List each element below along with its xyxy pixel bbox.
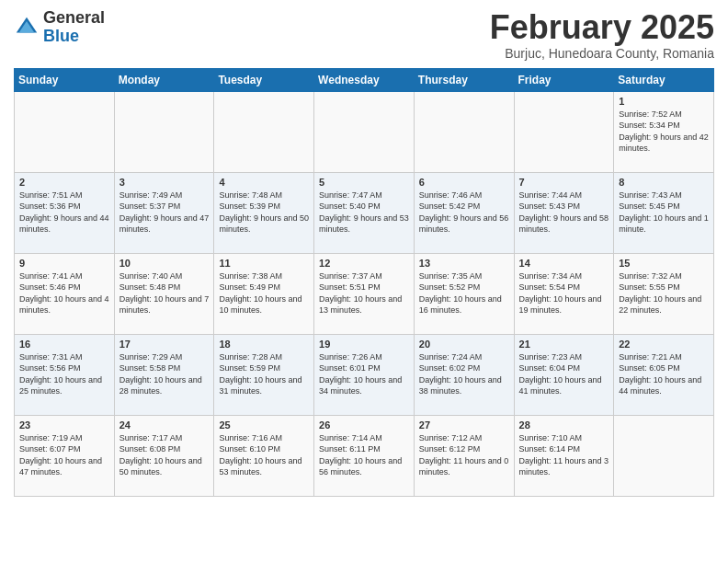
day-number: 13	[419, 258, 509, 269]
day-info: Sunrise: 7:44 AM Sunset: 5:43 PM Dayligh…	[519, 190, 609, 235]
week-row-3: 9Sunrise: 7:41 AM Sunset: 5:46 PM Daylig…	[15, 253, 714, 334]
day-number: 22	[619, 339, 709, 350]
day-number: 15	[619, 258, 709, 269]
week-row-1: 1Sunrise: 7:52 AM Sunset: 5:34 PM Daylig…	[15, 91, 714, 172]
day-number: 12	[319, 258, 409, 269]
day-info: Sunrise: 7:48 AM Sunset: 5:39 PM Dayligh…	[219, 190, 309, 235]
day-number: 11	[219, 258, 309, 269]
day-number: 14	[519, 258, 609, 269]
weekday-header-tuesday: Tuesday	[214, 68, 314, 91]
day-cell: 28Sunrise: 7:10 AM Sunset: 6:14 PM Dayli…	[514, 415, 614, 496]
day-cell: 27Sunrise: 7:12 AM Sunset: 6:12 PM Dayli…	[414, 415, 514, 496]
day-info: Sunrise: 7:47 AM Sunset: 5:40 PM Dayligh…	[319, 190, 409, 235]
header: General Blue February 2025 Burjuc, Huned…	[14, 9, 714, 61]
day-cell	[314, 91, 415, 172]
weekday-header-monday: Monday	[114, 68, 214, 91]
day-cell	[214, 91, 314, 172]
day-cell: 1Sunrise: 7:52 AM Sunset: 5:34 PM Daylig…	[614, 91, 714, 172]
day-cell	[414, 91, 514, 172]
calendar-table: SundayMondayTuesdayWednesdayThursdayFrid…	[14, 68, 714, 497]
day-info: Sunrise: 7:26 AM Sunset: 6:01 PM Dayligh…	[319, 352, 402, 396]
day-cell: 3Sunrise: 7:49 AM Sunset: 5:37 PM Daylig…	[114, 172, 214, 253]
day-cell: 11Sunrise: 7:38 AM Sunset: 5:49 PM Dayli…	[214, 253, 314, 334]
day-info: Sunrise: 7:34 AM Sunset: 5:54 PM Dayligh…	[519, 271, 602, 316]
day-number: 28	[519, 419, 609, 431]
day-info: Sunrise: 7:38 AM Sunset: 5:49 PM Dayligh…	[219, 271, 301, 316]
day-info: Sunrise: 7:28 AM Sunset: 5:59 PM Dayligh…	[219, 352, 301, 396]
day-cell	[514, 91, 614, 172]
day-number: 23	[19, 419, 109, 431]
day-cell: 13Sunrise: 7:35 AM Sunset: 5:52 PM Dayli…	[414, 253, 514, 334]
day-info: Sunrise: 7:16 AM Sunset: 6:10 PM Dayligh…	[219, 433, 301, 477]
week-row-5: 23Sunrise: 7:19 AM Sunset: 6:07 PM Dayli…	[15, 415, 714, 496]
day-cell	[114, 91, 214, 172]
day-number: 10	[119, 258, 210, 269]
day-cell: 20Sunrise: 7:24 AM Sunset: 6:02 PM Dayli…	[414, 334, 514, 415]
day-number: 9	[19, 258, 109, 269]
day-number: 16	[19, 339, 109, 350]
day-number: 1	[619, 96, 709, 107]
day-number: 26	[319, 419, 409, 431]
day-number: 17	[119, 339, 210, 350]
logo: General Blue	[14, 9, 105, 46]
day-info: Sunrise: 7:41 AM Sunset: 5:46 PM Dayligh…	[19, 271, 109, 316]
day-number: 4	[219, 177, 309, 188]
day-number: 27	[419, 419, 509, 431]
day-cell: 2Sunrise: 7:51 AM Sunset: 5:36 PM Daylig…	[15, 172, 115, 253]
day-number: 18	[219, 339, 309, 350]
day-cell: 25Sunrise: 7:16 AM Sunset: 6:10 PM Dayli…	[214, 415, 314, 496]
day-info: Sunrise: 7:29 AM Sunset: 5:58 PM Dayligh…	[119, 352, 202, 396]
day-cell: 10Sunrise: 7:40 AM Sunset: 5:48 PM Dayli…	[114, 253, 214, 334]
month-title: February 2025	[490, 9, 714, 46]
day-cell: 14Sunrise: 7:34 AM Sunset: 5:54 PM Dayli…	[514, 253, 614, 334]
day-cell: 12Sunrise: 7:37 AM Sunset: 5:51 PM Dayli…	[314, 253, 415, 334]
day-info: Sunrise: 7:40 AM Sunset: 5:48 PM Dayligh…	[119, 271, 210, 316]
day-number: 24	[119, 419, 210, 431]
day-cell: 6Sunrise: 7:46 AM Sunset: 5:42 PM Daylig…	[414, 172, 514, 253]
weekday-header-wednesday: Wednesday	[314, 68, 415, 91]
day-number: 21	[519, 339, 609, 350]
day-info: Sunrise: 7:51 AM Sunset: 5:36 PM Dayligh…	[19, 190, 109, 235]
day-cell: 5Sunrise: 7:47 AM Sunset: 5:40 PM Daylig…	[314, 172, 415, 253]
day-cell: 22Sunrise: 7:21 AM Sunset: 6:05 PM Dayli…	[614, 334, 714, 415]
day-cell: 15Sunrise: 7:32 AM Sunset: 5:55 PM Dayli…	[614, 253, 714, 334]
day-info: Sunrise: 7:31 AM Sunset: 5:56 PM Dayligh…	[19, 352, 102, 396]
day-info: Sunrise: 7:19 AM Sunset: 6:07 PM Dayligh…	[19, 433, 102, 477]
day-info: Sunrise: 7:32 AM Sunset: 5:55 PM Dayligh…	[619, 271, 701, 316]
title-area: February 2025 Burjuc, Hunedoara County, …	[490, 9, 714, 61]
day-info: Sunrise: 7:10 AM Sunset: 6:14 PM Dayligh…	[519, 433, 609, 477]
weekday-header-friday: Friday	[514, 68, 614, 91]
logo-general-text: General	[43, 8, 105, 27]
day-cell: 7Sunrise: 7:44 AM Sunset: 5:43 PM Daylig…	[514, 172, 614, 253]
day-cell	[614, 415, 714, 496]
day-cell: 24Sunrise: 7:17 AM Sunset: 6:08 PM Dayli…	[114, 415, 214, 496]
day-info: Sunrise: 7:12 AM Sunset: 6:12 PM Dayligh…	[419, 433, 509, 477]
weekday-header-thursday: Thursday	[414, 68, 514, 91]
day-cell: 8Sunrise: 7:43 AM Sunset: 5:45 PM Daylig…	[614, 172, 714, 253]
day-cell: 23Sunrise: 7:19 AM Sunset: 6:07 PM Dayli…	[15, 415, 115, 496]
day-info: Sunrise: 7:43 AM Sunset: 5:45 PM Dayligh…	[619, 190, 709, 235]
day-cell	[15, 91, 115, 172]
weekday-header-row: SundayMondayTuesdayWednesdayThursdayFrid…	[15, 68, 714, 91]
day-number: 2	[19, 177, 109, 188]
day-number: 7	[519, 177, 609, 188]
day-cell: 17Sunrise: 7:29 AM Sunset: 5:58 PM Dayli…	[114, 334, 214, 415]
day-info: Sunrise: 7:21 AM Sunset: 6:05 PM Dayligh…	[619, 352, 701, 396]
day-number: 20	[419, 339, 509, 350]
day-info: Sunrise: 7:24 AM Sunset: 6:02 PM Dayligh…	[419, 352, 502, 396]
day-number: 6	[419, 177, 509, 188]
weekday-header-sunday: Sunday	[15, 68, 115, 91]
day-number: 25	[219, 419, 309, 431]
logo-icon	[14, 15, 40, 40]
day-info: Sunrise: 7:52 AM Sunset: 5:34 PM Dayligh…	[619, 109, 709, 154]
day-number: 5	[319, 177, 409, 188]
day-cell: 9Sunrise: 7:41 AM Sunset: 5:46 PM Daylig…	[15, 253, 115, 334]
location-subtitle: Burjuc, Hunedoara County, Romania	[490, 46, 714, 61]
day-number: 8	[619, 177, 709, 188]
weekday-header-saturday: Saturday	[614, 68, 714, 91]
day-cell: 16Sunrise: 7:31 AM Sunset: 5:56 PM Dayli…	[15, 334, 115, 415]
day-number: 19	[319, 339, 409, 350]
day-cell: 19Sunrise: 7:26 AM Sunset: 6:01 PM Dayli…	[314, 334, 415, 415]
day-info: Sunrise: 7:17 AM Sunset: 6:08 PM Dayligh…	[119, 433, 202, 477]
day-info: Sunrise: 7:14 AM Sunset: 6:11 PM Dayligh…	[319, 433, 402, 477]
